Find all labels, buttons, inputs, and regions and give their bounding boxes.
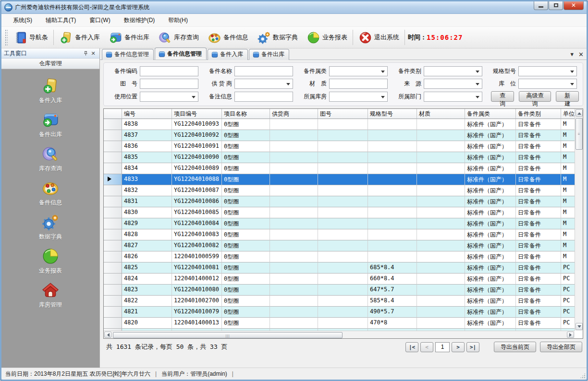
input-备件名称[interactable] (234, 66, 293, 76)
table-row-4823[interactable]: 4823YG122040100800型圈647*5.7标准件（国产）日常备件PC (104, 285, 575, 296)
menu-item-5[interactable]: 帮助(H) (161, 14, 195, 27)
next-page-button[interactable]: > (452, 342, 465, 352)
tab-1[interactable]: 备件信息管理 (102, 49, 154, 60)
toolbar-grip[interactable] (5, 29, 8, 46)
horizontal-scroll-thumb[interactable]: ||| (113, 332, 343, 338)
column-header-material[interactable]: 材质 (417, 109, 465, 119)
sidebar-item-business-report[interactable]: 业务报表 (1, 247, 99, 275)
column-header-unit[interactable]: 单位 (561, 109, 575, 119)
close-button[interactable]: ✕ (564, 1, 584, 10)
new-button[interactable]: 新建 (556, 91, 579, 102)
select-备件属类[interactable] (329, 66, 388, 76)
select-所属库房[interactable] (329, 92, 388, 102)
table-row-4827[interactable]: 4827YG122040100820型圈标准件（国产）日常备件M (104, 240, 575, 251)
tab-4[interactable]: 备件出库 (249, 49, 289, 60)
table-row-4832[interactable]: 4832YG122040100870型圈标准件（国产）日常备件M (104, 185, 575, 196)
column-header-spec[interactable]: 规格型号 (368, 109, 417, 119)
last-page-button[interactable]: >| (466, 342, 479, 352)
first-page-button[interactable]: |< (405, 342, 418, 352)
menu-item-1[interactable]: 系统(S) (6, 14, 39, 27)
select-库位[interactable] (518, 79, 577, 89)
menu-item-3[interactable]: 窗口(W) (83, 14, 117, 27)
table-row-4829[interactable]: 4829YG122040100840型圈标准件（国产）日常备件M (104, 218, 575, 229)
table-row-4836[interactable]: 4836YG122040100910型圈标准件（国产）日常备件M (104, 141, 575, 152)
resize-grip[interactable] (580, 373, 586, 379)
cell-id: 4826 (122, 251, 172, 262)
menu-item-2[interactable]: 辅助工具(T) (39, 14, 83, 27)
table-row-4825[interactable]: 4825YG122040100810型圈685*8.4标准件（国产）日常备件PC (104, 262, 575, 274)
toolbar-button-inventory-search[interactable]: 库存查询 (154, 28, 203, 47)
column-header-supplier[interactable]: 供货商 (270, 109, 318, 119)
table-row-4834[interactable]: 4834YG122040100890型圈标准件（国产）日常备件M (104, 163, 575, 174)
table-row-4821[interactable]: 4821YG122040100790型圈490*5.7标准件（国产）日常备件PC (104, 307, 575, 318)
cell-material (417, 196, 465, 207)
close-tab-icon[interactable]: ✕ (578, 51, 584, 58)
column-header-type[interactable]: 备件类别 (516, 109, 561, 119)
toolbar-button-business-report[interactable]: 业务报表 (302, 28, 352, 47)
export-current-page-button[interactable]: 导出当前页 (494, 342, 536, 352)
scroll-right-button[interactable] (567, 332, 574, 338)
select-来源[interactable] (424, 79, 482, 89)
input-备件编码[interactable] (140, 66, 198, 76)
select-使用位置[interactable] (140, 92, 198, 102)
scroll-down-button[interactable] (576, 323, 583, 330)
page-number-input[interactable]: 1 (435, 342, 450, 352)
toolbar-button-navbar-book[interactable]: 导航条 (9, 28, 52, 47)
sidebar-item-parts-info[interactable]: 备件信息 (1, 179, 99, 207)
toolbar-button-parts-info[interactable]: 备件信息 (203, 28, 253, 47)
toolbar-button-parts-out[interactable]: 备件出库 (104, 28, 154, 47)
sidebar-item-parts-out[interactable]: 备件出库 (1, 111, 99, 139)
cell-category: 标准件（国产） (465, 152, 516, 163)
close-panel-icon[interactable]: ✕ (89, 50, 97, 57)
table-row-4837[interactable]: 4837YG122040100920型圈标准件（国产）日常备件M (104, 130, 575, 141)
scroll-up-button[interactable] (576, 109, 583, 117)
vertical-scrollbar[interactable]: ≡ (575, 109, 583, 331)
toolbar-button-parts-in[interactable]: 备件入库 (55, 28, 104, 47)
scroll-left-button[interactable] (104, 332, 111, 338)
export-all-pages-button[interactable]: 导出全部页 (540, 342, 582, 352)
select-备件类别[interactable] (424, 66, 482, 76)
column-header-name[interactable]: 项目名称 (222, 109, 270, 119)
sidebar-item-warehouse[interactable]: 库房管理 (1, 281, 99, 309)
input-材质[interactable] (329, 79, 388, 89)
vertical-scroll-thumb[interactable]: ≡ (576, 118, 583, 150)
table-row-4831[interactable]: 4831YG122040100860型圈标准件（国产）日常备件M (104, 196, 575, 207)
table-row-4833[interactable]: 4833YG122040100880型圈标准件（国产）日常备件M (104, 174, 575, 185)
table-row-4838[interactable]: 4838YG122040100930型圈标准件（国产）日常备件M (104, 119, 575, 130)
table-row-4830[interactable]: 4830YG122040100850型圈标准件（国产）日常备件M (104, 207, 575, 218)
table-row-4822[interactable]: 482212204010027000型圈585*8.4标准件（国产）日常备件PC (104, 296, 575, 307)
select-供货商[interactable] (234, 79, 293, 89)
tab-2[interactable]: 备件信息管理 (155, 48, 207, 60)
menu-item-4[interactable]: 数据维护(D) (117, 14, 162, 27)
input-备注信息[interactable] (234, 92, 293, 102)
prev-page-button[interactable]: < (420, 342, 433, 352)
maximize-button[interactable] (549, 1, 563, 10)
pin-icon[interactable] (82, 50, 89, 57)
table-row-4824[interactable]: 482412204014000120型圈660*8.4标准件（国产）日常备件PC (104, 274, 575, 285)
exit-system-icon (358, 31, 372, 45)
column-header-project_code[interactable]: 项目编号 (172, 109, 222, 119)
minimize-button[interactable] (534, 1, 548, 10)
table-row-4826[interactable]: 482612204010005990型圈标准件（国产）日常备件M (104, 251, 575, 262)
parts-info-icon (41, 179, 60, 197)
tab-list-dropdown-icon[interactable]: ▼ (569, 52, 575, 57)
table-row-4835[interactable]: 4835YG122040100900型圈标准件（国产）日常备件M (104, 152, 575, 163)
sidebar-item-parts-in[interactable]: 备件入库 (1, 77, 99, 105)
sidebar-item-inventory-search[interactable]: 库存查询 (1, 145, 99, 173)
advanced-query-button[interactable]: 高级查询 (519, 91, 551, 102)
column-header-id[interactable]: 编号 (122, 109, 172, 119)
horizontal-scrollbar[interactable]: ||| (104, 331, 575, 338)
toolbar-button-exit-system[interactable]: 退出系统 (354, 28, 404, 47)
table-row-4820[interactable]: 482012204014000130型圈470*8标准件（国产）日常备件PC (104, 318, 575, 329)
query-button[interactable]: 查询 (491, 91, 514, 102)
column-header-drawing[interactable]: 图号 (318, 109, 368, 119)
select-规格型号[interactable] (518, 66, 577, 76)
sidebar-item-data-dict[interactable]: 数据字典 (1, 213, 99, 241)
tab-3[interactable]: 备件入库 (208, 49, 248, 60)
input-图号[interactable] (140, 79, 198, 89)
column-header-category[interactable]: 备件属类 (465, 109, 516, 119)
table-row-4828[interactable]: 4828YG122040100830型圈标准件（国产）日常备件M (104, 229, 575, 240)
toolbar-button-data-dict[interactable]: 数据字典 (253, 28, 302, 47)
cell-spec (368, 185, 417, 196)
select-所属部门[interactable] (424, 92, 482, 102)
